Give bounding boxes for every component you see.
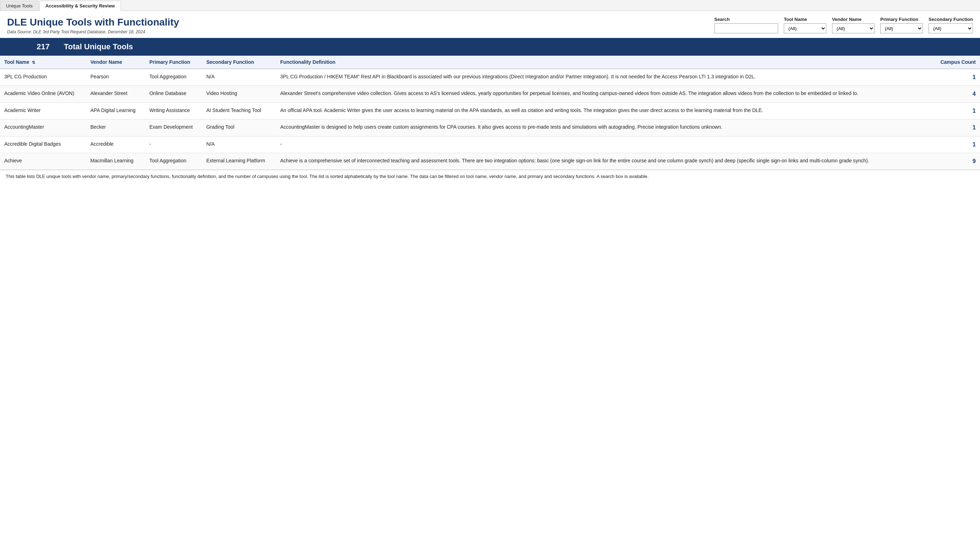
cell-tool_name: Achieve [0, 153, 86, 169]
filter-secondary-function-label: Secondary Function [929, 16, 973, 22]
summary-count: 217 [0, 38, 57, 56]
cell-primary_function: Tool Aggregation [145, 69, 202, 86]
cell-vendor_name: Becker [86, 120, 145, 136]
filter-primary-function-label: Primary Function [880, 16, 923, 22]
cell-primary_function: Tool Aggregation [145, 153, 202, 169]
cell-vendor_name: Alexander Street [86, 86, 145, 102]
cell-primary_function: - [145, 136, 202, 153]
tab-unique-tools[interactable]: Unique Tools [0, 1, 39, 11]
col-functionality-definition: Functionality Definition [276, 56, 932, 69]
cell-campus_count: 9 [932, 153, 980, 169]
cell-secondary_function: Grading Tool [202, 120, 276, 136]
table-row: Accredible Digital BadgesAccredible-N/A-… [0, 136, 980, 153]
table-header-row: Tool Name ⇅ Vendor Name Primary Function… [0, 56, 980, 69]
summary-bar: 217 Total Unique Tools [0, 38, 980, 56]
cell-tool_name: 3PL CG Production [0, 69, 86, 86]
cell-tool_name: Academic Writer [0, 102, 86, 119]
filter-vendor-name-label: Vendor Name [832, 16, 875, 22]
filter-primary-function-select[interactable]: (All) [880, 23, 923, 33]
page-title: DLE Unique Tools with Functionality [7, 16, 179, 28]
cell-primary_function: Writing Assistance [145, 102, 202, 119]
col-campus-count: Campus Count [932, 56, 980, 69]
cell-tool_name: Accredible Digital Badges [0, 136, 86, 153]
filter-vendor-name: Vendor Name (All) [832, 16, 875, 33]
col-vendor-name: Vendor Name [86, 56, 145, 69]
cell-functionality_definition: AccountingMaster is designed to help use… [276, 120, 932, 136]
cell-primary_function: Online Database [145, 86, 202, 102]
title-block: DLE Unique Tools with Functionality Data… [7, 16, 179, 34]
cell-secondary_function: AI Student Teaching Tool [202, 102, 276, 119]
col-primary-function: Primary Function [145, 56, 202, 69]
filter-secondary-function-select[interactable]: (All) [929, 23, 973, 33]
cell-vendor_name: Macmillan Learning [86, 153, 145, 169]
table-row: AchieveMacmillan LearningTool Aggregatio… [0, 153, 980, 169]
summary-label: Total Unique Tools [57, 38, 980, 56]
cell-secondary_function: N/A [202, 136, 276, 153]
footer-note: This table lists DLE unique tools with v… [0, 170, 980, 182]
cell-functionality_definition: 3PL CG Production / HIKEM TEAM" Rest API… [276, 69, 932, 86]
table-row: AccountingMasterBeckerExam DevelopmentGr… [0, 120, 980, 136]
filter-tool-name-label: Tool Name [784, 16, 826, 22]
cell-campus_count: 4 [932, 86, 980, 102]
table-row: Academic WriterAPA Digital LearningWriti… [0, 102, 980, 119]
col-secondary-function: Secondary Function [202, 56, 276, 69]
filter-secondary-function: Secondary Function (All) [929, 16, 973, 33]
cell-primary_function: Exam Development [145, 120, 202, 136]
cell-campus_count: 1 [932, 136, 980, 153]
filter-primary-function: Primary Function (All) [880, 16, 923, 33]
cell-functionality_definition: - [276, 136, 932, 153]
tools-table: Tool Name ⇅ Vendor Name Primary Function… [0, 56, 980, 170]
cell-secondary_function: External Learning Platform [202, 153, 276, 169]
cell-functionality_definition: Alexander Street's comprehensive video c… [276, 86, 932, 102]
cell-secondary_function: N/A [202, 69, 276, 86]
cell-vendor_name: APA Digital Learning [86, 102, 145, 119]
table-wrap: Tool Name ⇅ Vendor Name Primary Function… [0, 56, 980, 170]
cell-campus_count: 1 [932, 120, 980, 136]
filter-tool-name-select[interactable]: (All) [784, 23, 826, 33]
cell-campus_count: 1 [932, 102, 980, 119]
cell-tool_name: AccountingMaster [0, 120, 86, 136]
page-header: DLE Unique Tools with Functionality Data… [0, 11, 980, 38]
search-label: Search [714, 16, 778, 22]
cell-secondary_function: Video Hosting [202, 86, 276, 102]
tab-accessibility-security[interactable]: Accessibility & Security Review [40, 1, 121, 11]
filter-tool-name: Tool Name (All) [784, 16, 826, 33]
col-tool-name[interactable]: Tool Name ⇅ [0, 56, 86, 69]
cell-campus_count: 1 [932, 69, 980, 86]
cell-vendor_name: Pearson [86, 69, 145, 86]
sort-icon-tool-name: ⇅ [32, 60, 35, 65]
filter-vendor-name-select[interactable]: (All) [832, 23, 875, 33]
table-row: 3PL CG ProductionPearsonTool Aggregation… [0, 69, 980, 86]
search-input[interactable] [714, 23, 778, 33]
datasource-label: Data Source: DLE 3rd Party Tool Request … [7, 30, 179, 34]
cell-functionality_definition: Achieve is a comprehensive set of interc… [276, 153, 932, 169]
table-row: Academic Video Online (AVON)Alexander St… [0, 86, 980, 102]
tabs-bar: Unique Tools Accessibility & Security Re… [0, 0, 980, 11]
search-area: Search Tool Name (All) Vendor Name (All)… [714, 16, 973, 33]
cell-tool_name: Academic Video Online (AVON) [0, 86, 86, 102]
cell-functionality_definition: An official APA tool. Academic Writer gi… [276, 102, 932, 119]
cell-vendor_name: Accredible [86, 136, 145, 153]
search-group-text: Search [714, 16, 778, 33]
